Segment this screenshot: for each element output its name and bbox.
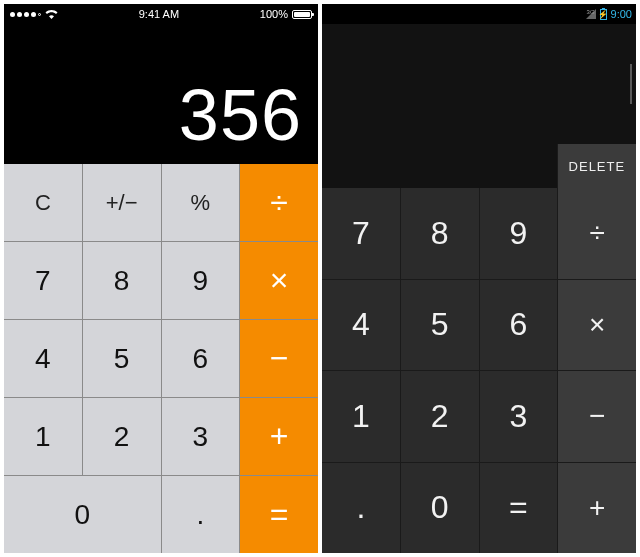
- digit-8-button[interactable]: 8: [401, 188, 479, 279]
- ios-calculator-screen: 9:41 AM 100% 356 C +/− % ÷ 7 8 9 × 4 5 6…: [4, 4, 318, 553]
- signal-dots-icon: [10, 12, 41, 17]
- decimal-button[interactable]: .: [322, 463, 400, 554]
- ios-status-bar: 9:41 AM 100%: [4, 4, 318, 24]
- multiply-button[interactable]: ×: [240, 242, 318, 319]
- digit-4-button[interactable]: 4: [4, 320, 82, 397]
- digit-3-button[interactable]: 3: [480, 371, 558, 462]
- battery-icon: [292, 10, 312, 19]
- display-value: 356: [179, 74, 302, 156]
- digit-1-button[interactable]: 1: [4, 398, 82, 475]
- wifi-icon: [45, 10, 58, 19]
- negate-button[interactable]: +/−: [83, 164, 161, 241]
- digit-5-button[interactable]: 5: [401, 280, 479, 371]
- digit-0-button[interactable]: 0: [401, 463, 479, 554]
- digit-4-button[interactable]: 4: [322, 280, 400, 371]
- divide-button[interactable]: ÷: [558, 188, 636, 279]
- digit-7-button[interactable]: 7: [322, 188, 400, 279]
- ios-keypad: C +/− % ÷ 7 8 9 × 4 5 6 − 1 2 3 + 0 . =: [4, 164, 318, 553]
- android-calculator-screen: 3G ⚡ 9:00 DELETE 7 8 9 ÷ 4 5 6 × 1 2 3 −…: [322, 4, 636, 553]
- digit-8-button[interactable]: 8: [83, 242, 161, 319]
- minus-button[interactable]: −: [558, 371, 636, 462]
- android-keypad: 7 8 9 ÷ 4 5 6 × 1 2 3 − . 0 = +: [322, 188, 636, 553]
- decimal-button[interactable]: .: [162, 476, 240, 553]
- digit-9-button[interactable]: 9: [480, 188, 558, 279]
- android-status-bar: 3G ⚡ 9:00: [322, 4, 636, 24]
- cursor-icon: [630, 64, 632, 104]
- plus-button[interactable]: +: [240, 398, 318, 475]
- digit-1-button[interactable]: 1: [322, 371, 400, 462]
- battery-percent: 100%: [260, 8, 288, 20]
- spacer: [322, 144, 557, 188]
- digit-5-button[interactable]: 5: [83, 320, 161, 397]
- divide-button[interactable]: ÷: [240, 164, 318, 241]
- status-time: 9:00: [611, 8, 632, 20]
- digit-7-button[interactable]: 7: [4, 242, 82, 319]
- percent-button[interactable]: %: [162, 164, 240, 241]
- clear-button[interactable]: C: [4, 164, 82, 241]
- ios-display: 356: [4, 24, 318, 164]
- digit-9-button[interactable]: 9: [162, 242, 240, 319]
- equals-button[interactable]: =: [240, 476, 318, 553]
- battery-charging-icon: ⚡: [600, 9, 607, 20]
- digit-6-button[interactable]: 6: [480, 280, 558, 371]
- android-delete-row: DELETE: [322, 144, 636, 188]
- digit-3-button[interactable]: 3: [162, 398, 240, 475]
- digit-2-button[interactable]: 2: [83, 398, 161, 475]
- equals-button[interactable]: =: [480, 463, 558, 554]
- plus-button[interactable]: +: [558, 463, 636, 554]
- comparison-container: 9:41 AM 100% 356 C +/− % ÷ 7 8 9 × 4 5 6…: [0, 0, 640, 557]
- android-display[interactable]: [322, 24, 636, 144]
- digit-6-button[interactable]: 6: [162, 320, 240, 397]
- multiply-button[interactable]: ×: [558, 280, 636, 371]
- digit-2-button[interactable]: 2: [401, 371, 479, 462]
- signal-icon: 3G: [586, 9, 596, 19]
- delete-button[interactable]: DELETE: [557, 144, 636, 188]
- status-time: 9:41 AM: [139, 8, 179, 20]
- digit-0-button[interactable]: 0: [4, 476, 161, 553]
- minus-button[interactable]: −: [240, 320, 318, 397]
